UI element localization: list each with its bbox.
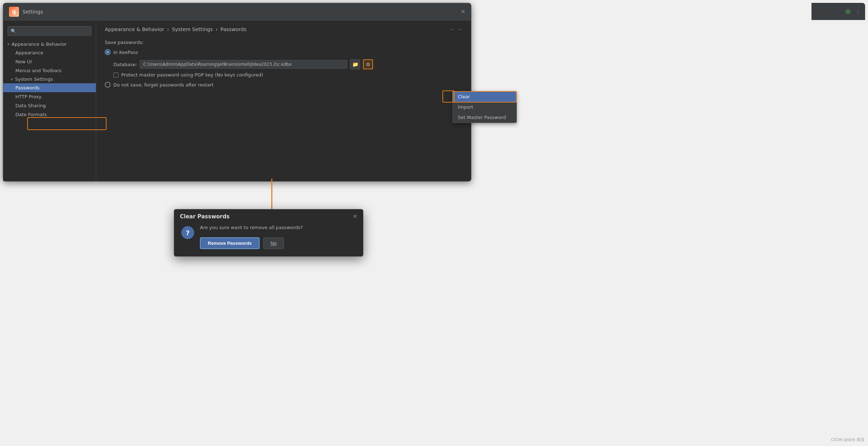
do-not-save-label: Do not save, forget passwords after rest… xyxy=(113,82,214,88)
app-logo: IJ xyxy=(9,7,19,17)
sidebar-item-menus-toolbars[interactable]: Menus and Toolbars xyxy=(3,66,96,75)
database-label: Database: xyxy=(113,62,137,67)
nav-back-button[interactable]: ← xyxy=(450,26,455,33)
window-title: Settings xyxy=(23,9,460,15)
protect-master-checkbox[interactable] xyxy=(113,73,118,78)
breadcrumb-part1: Appearance & Behavior xyxy=(105,26,164,32)
radio-do-not-save[interactable]: Do not save, forget passwords after rest… xyxy=(105,82,462,88)
sidebar-appearance-behavior-label: Appearance & Behavior xyxy=(11,41,67,47)
sidebar: 🔍 ▾ Appearance & Behavior Appearance New… xyxy=(3,20,96,181)
dialog-body: ? Are you sure want to remove all passwo… xyxy=(174,222,363,256)
save-passwords-label: Save passwords: xyxy=(105,40,462,45)
dialog-buttons: Remove Passwords No xyxy=(200,237,356,249)
nav-forward-button[interactable]: → xyxy=(457,26,462,33)
breadcrumb-sep1: › xyxy=(167,26,169,32)
radio-dot-keepass xyxy=(105,49,111,55)
search-box[interactable]: 🔍 xyxy=(8,26,92,36)
context-menu-item-clear[interactable]: Clear xyxy=(453,91,516,102)
close-button[interactable]: ✕ xyxy=(460,9,465,14)
chevron-down-icon: ▾ xyxy=(11,77,13,81)
sidebar-item-appearance-behavior[interactable]: ▾ Appearance & Behavior xyxy=(3,40,96,48)
remove-passwords-button[interactable]: Remove Passwords xyxy=(200,237,260,249)
top-right-area: ⚙ ⋮ xyxy=(811,3,865,20)
radio-in-keepass[interactable]: In KeePass xyxy=(105,49,462,55)
sidebar-item-new-ui[interactable]: New UI xyxy=(3,57,96,66)
dialog-question-icon: ? xyxy=(181,226,194,239)
clear-passwords-dialog: Clear Passwords ✕ ? Are you sure want to… xyxy=(174,209,363,257)
protect-master-row: Protect master password using PGP key (N… xyxy=(113,72,462,78)
main-content: Appearance & Behavior › System Settings … xyxy=(96,20,471,181)
search-input[interactable] xyxy=(18,28,88,34)
dialog-titlebar: Clear Passwords ✕ xyxy=(174,209,363,222)
dialog-title: Clear Passwords xyxy=(180,213,230,220)
title-bar-controls: ✕ xyxy=(460,9,465,14)
breadcrumb: Appearance & Behavior › System Settings … xyxy=(105,26,462,33)
breadcrumb-part2: System Settings xyxy=(172,26,213,32)
context-menu: Clear Import Set Master Password xyxy=(452,91,517,123)
breadcrumb-nav: ← → xyxy=(450,26,462,33)
dialog-message: Are you sure want to remove all password… xyxy=(200,225,356,230)
dialog-close-button[interactable]: ✕ xyxy=(353,213,357,220)
browse-folder-button[interactable]: 📁 xyxy=(350,59,360,69)
breadcrumb-sep2: › xyxy=(216,26,218,32)
chevron-down-icon: ▾ xyxy=(8,42,9,46)
sidebar-item-data-sharing[interactable]: Data Sharing xyxy=(3,101,96,110)
context-menu-item-import[interactable]: Import xyxy=(453,102,516,112)
database-row: Database: C:\Users\Admin\AppData\Roaming… xyxy=(113,59,462,69)
sidebar-item-system-settings[interactable]: ▾ System Settings xyxy=(3,75,96,83)
no-button[interactable]: No xyxy=(263,237,284,249)
window-body: 🔍 ▾ Appearance & Behavior Appearance New… xyxy=(3,20,471,181)
database-path-field[interactable]: C:\Users\Admin\AppData\Roaming\JetBrains… xyxy=(140,60,347,69)
breadcrumb-part3: Passwords xyxy=(220,26,246,32)
sidebar-item-http-proxy[interactable]: HTTP Proxy xyxy=(3,92,96,101)
top-gear-icon[interactable]: ⚙ xyxy=(845,8,851,15)
title-bar: IJ Settings ✕ xyxy=(3,3,471,20)
context-menu-item-set-master-password[interactable]: Set Master Password xyxy=(453,112,516,123)
sidebar-item-appearance[interactable]: Appearance xyxy=(3,48,96,57)
settings-gear-button[interactable]: ⚙ xyxy=(363,59,373,69)
radio-dot-no-save xyxy=(105,82,111,88)
settings-window: IJ Settings ✕ 🔍 ▾ Appearance & Behavior … xyxy=(3,3,471,182)
watermark: CSDN @绿水·晨流 xyxy=(831,437,864,442)
search-icon: 🔍 xyxy=(11,29,16,34)
in-keepass-label: In KeePass xyxy=(113,50,138,55)
sidebar-item-passwords[interactable]: Passwords xyxy=(3,83,96,92)
dialog-content: Are you sure want to remove all password… xyxy=(200,225,356,249)
more-options-button[interactable]: ⋮ xyxy=(855,8,861,15)
sidebar-item-date-formats[interactable]: Date Formats xyxy=(3,110,96,119)
protect-master-label: Protect master password using PGP key (N… xyxy=(121,72,263,78)
